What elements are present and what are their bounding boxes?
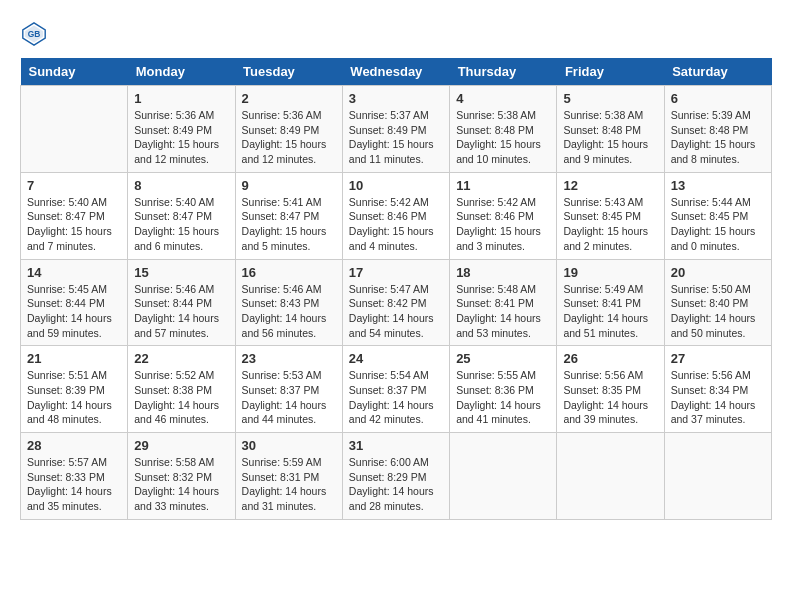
daylight: Daylight: 14 hours and 41 minutes. bbox=[456, 398, 550, 427]
calendar-cell: 5 Sunrise: 5:38 AM Sunset: 8:48 PM Dayli… bbox=[557, 86, 664, 173]
day-info: Sunrise: 5:42 AM Sunset: 8:46 PM Dayligh… bbox=[456, 195, 550, 254]
sunset: Sunset: 8:49 PM bbox=[349, 123, 443, 138]
sunrise: Sunrise: 5:48 AM bbox=[456, 282, 550, 297]
logo: GB bbox=[20, 20, 52, 48]
day-info: Sunrise: 6:00 AM Sunset: 8:29 PM Dayligh… bbox=[349, 455, 443, 514]
sunset: Sunset: 8:37 PM bbox=[349, 383, 443, 398]
svg-text:GB: GB bbox=[28, 29, 41, 39]
daylight: Daylight: 15 hours and 9 minutes. bbox=[563, 137, 657, 166]
day-info: Sunrise: 5:39 AM Sunset: 8:48 PM Dayligh… bbox=[671, 108, 765, 167]
sunset: Sunset: 8:37 PM bbox=[242, 383, 336, 398]
sunrise: Sunrise: 5:40 AM bbox=[27, 195, 121, 210]
day-info: Sunrise: 5:57 AM Sunset: 8:33 PM Dayligh… bbox=[27, 455, 121, 514]
day-number: 24 bbox=[349, 351, 443, 366]
sunset: Sunset: 8:38 PM bbox=[134, 383, 228, 398]
daylight: Daylight: 14 hours and 56 minutes. bbox=[242, 311, 336, 340]
day-number: 30 bbox=[242, 438, 336, 453]
calendar-week-row: 7 Sunrise: 5:40 AM Sunset: 8:47 PM Dayli… bbox=[21, 172, 772, 259]
calendar-cell: 8 Sunrise: 5:40 AM Sunset: 8:47 PM Dayli… bbox=[128, 172, 235, 259]
sunset: Sunset: 8:41 PM bbox=[456, 296, 550, 311]
sunrise: Sunrise: 5:36 AM bbox=[134, 108, 228, 123]
day-info: Sunrise: 5:44 AM Sunset: 8:45 PM Dayligh… bbox=[671, 195, 765, 254]
sunrise: Sunrise: 5:56 AM bbox=[671, 368, 765, 383]
calendar-table: SundayMondayTuesdayWednesdayThursdayFrid… bbox=[20, 58, 772, 520]
day-info: Sunrise: 5:59 AM Sunset: 8:31 PM Dayligh… bbox=[242, 455, 336, 514]
daylight: Daylight: 14 hours and 42 minutes. bbox=[349, 398, 443, 427]
sunset: Sunset: 8:45 PM bbox=[671, 209, 765, 224]
sunset: Sunset: 8:44 PM bbox=[134, 296, 228, 311]
daylight: Daylight: 14 hours and 33 minutes. bbox=[134, 484, 228, 513]
day-info: Sunrise: 5:46 AM Sunset: 8:44 PM Dayligh… bbox=[134, 282, 228, 341]
sunset: Sunset: 8:44 PM bbox=[27, 296, 121, 311]
day-info: Sunrise: 5:52 AM Sunset: 8:38 PM Dayligh… bbox=[134, 368, 228, 427]
day-info: Sunrise: 5:40 AM Sunset: 8:47 PM Dayligh… bbox=[27, 195, 121, 254]
day-number: 23 bbox=[242, 351, 336, 366]
sunset: Sunset: 8:36 PM bbox=[456, 383, 550, 398]
sunset: Sunset: 8:35 PM bbox=[563, 383, 657, 398]
header-day-monday: Monday bbox=[128, 58, 235, 86]
sunrise: Sunrise: 5:52 AM bbox=[134, 368, 228, 383]
calendar-header-row: SundayMondayTuesdayWednesdayThursdayFrid… bbox=[21, 58, 772, 86]
day-info: Sunrise: 5:55 AM Sunset: 8:36 PM Dayligh… bbox=[456, 368, 550, 427]
calendar-cell: 13 Sunrise: 5:44 AM Sunset: 8:45 PM Dayl… bbox=[664, 172, 771, 259]
sunset: Sunset: 8:39 PM bbox=[27, 383, 121, 398]
calendar-cell: 24 Sunrise: 5:54 AM Sunset: 8:37 PM Dayl… bbox=[342, 346, 449, 433]
daylight: Daylight: 14 hours and 46 minutes. bbox=[134, 398, 228, 427]
day-info: Sunrise: 5:38 AM Sunset: 8:48 PM Dayligh… bbox=[456, 108, 550, 167]
header-day-friday: Friday bbox=[557, 58, 664, 86]
calendar-cell: 2 Sunrise: 5:36 AM Sunset: 8:49 PM Dayli… bbox=[235, 86, 342, 173]
calendar-cell: 28 Sunrise: 5:57 AM Sunset: 8:33 PM Dayl… bbox=[21, 433, 128, 520]
sunset: Sunset: 8:46 PM bbox=[456, 209, 550, 224]
calendar-cell: 3 Sunrise: 5:37 AM Sunset: 8:49 PM Dayli… bbox=[342, 86, 449, 173]
sunset: Sunset: 8:48 PM bbox=[456, 123, 550, 138]
calendar-cell: 9 Sunrise: 5:41 AM Sunset: 8:47 PM Dayli… bbox=[235, 172, 342, 259]
day-number: 19 bbox=[563, 265, 657, 280]
header-day-saturday: Saturday bbox=[664, 58, 771, 86]
calendar-week-row: 28 Sunrise: 5:57 AM Sunset: 8:33 PM Dayl… bbox=[21, 433, 772, 520]
sunset: Sunset: 8:47 PM bbox=[27, 209, 121, 224]
day-number: 9 bbox=[242, 178, 336, 193]
calendar-week-row: 21 Sunrise: 5:51 AM Sunset: 8:39 PM Dayl… bbox=[21, 346, 772, 433]
day-number: 1 bbox=[134, 91, 228, 106]
daylight: Daylight: 14 hours and 35 minutes. bbox=[27, 484, 121, 513]
calendar-cell: 18 Sunrise: 5:48 AM Sunset: 8:41 PM Dayl… bbox=[450, 259, 557, 346]
calendar-cell: 11 Sunrise: 5:42 AM Sunset: 8:46 PM Dayl… bbox=[450, 172, 557, 259]
header-day-sunday: Sunday bbox=[21, 58, 128, 86]
day-info: Sunrise: 5:45 AM Sunset: 8:44 PM Dayligh… bbox=[27, 282, 121, 341]
calendar-cell: 26 Sunrise: 5:56 AM Sunset: 8:35 PM Dayl… bbox=[557, 346, 664, 433]
day-number: 7 bbox=[27, 178, 121, 193]
calendar-cell: 1 Sunrise: 5:36 AM Sunset: 8:49 PM Dayli… bbox=[128, 86, 235, 173]
sunset: Sunset: 8:40 PM bbox=[671, 296, 765, 311]
sunset: Sunset: 8:48 PM bbox=[563, 123, 657, 138]
day-info: Sunrise: 5:50 AM Sunset: 8:40 PM Dayligh… bbox=[671, 282, 765, 341]
daylight: Daylight: 14 hours and 51 minutes. bbox=[563, 311, 657, 340]
day-number: 29 bbox=[134, 438, 228, 453]
day-info: Sunrise: 5:51 AM Sunset: 8:39 PM Dayligh… bbox=[27, 368, 121, 427]
day-number: 26 bbox=[563, 351, 657, 366]
day-info: Sunrise: 5:48 AM Sunset: 8:41 PM Dayligh… bbox=[456, 282, 550, 341]
day-number: 18 bbox=[456, 265, 550, 280]
daylight: Daylight: 15 hours and 3 minutes. bbox=[456, 224, 550, 253]
day-info: Sunrise: 5:42 AM Sunset: 8:46 PM Dayligh… bbox=[349, 195, 443, 254]
calendar-cell: 21 Sunrise: 5:51 AM Sunset: 8:39 PM Dayl… bbox=[21, 346, 128, 433]
day-number: 31 bbox=[349, 438, 443, 453]
daylight: Daylight: 15 hours and 12 minutes. bbox=[242, 137, 336, 166]
header-day-tuesday: Tuesday bbox=[235, 58, 342, 86]
calendar-cell bbox=[21, 86, 128, 173]
calendar-week-row: 1 Sunrise: 5:36 AM Sunset: 8:49 PM Dayli… bbox=[21, 86, 772, 173]
day-number: 12 bbox=[563, 178, 657, 193]
sunrise: Sunrise: 5:57 AM bbox=[27, 455, 121, 470]
calendar-cell: 23 Sunrise: 5:53 AM Sunset: 8:37 PM Dayl… bbox=[235, 346, 342, 433]
day-number: 13 bbox=[671, 178, 765, 193]
day-info: Sunrise: 5:54 AM Sunset: 8:37 PM Dayligh… bbox=[349, 368, 443, 427]
daylight: Daylight: 15 hours and 11 minutes. bbox=[349, 137, 443, 166]
calendar-cell bbox=[450, 433, 557, 520]
calendar-cell: 10 Sunrise: 5:42 AM Sunset: 8:46 PM Dayl… bbox=[342, 172, 449, 259]
sunrise: Sunrise: 5:50 AM bbox=[671, 282, 765, 297]
daylight: Daylight: 15 hours and 8 minutes. bbox=[671, 137, 765, 166]
sunrise: Sunrise: 5:38 AM bbox=[456, 108, 550, 123]
sunset: Sunset: 8:47 PM bbox=[242, 209, 336, 224]
day-number: 10 bbox=[349, 178, 443, 193]
calendar-cell: 27 Sunrise: 5:56 AM Sunset: 8:34 PM Dayl… bbox=[664, 346, 771, 433]
sunset: Sunset: 8:46 PM bbox=[349, 209, 443, 224]
